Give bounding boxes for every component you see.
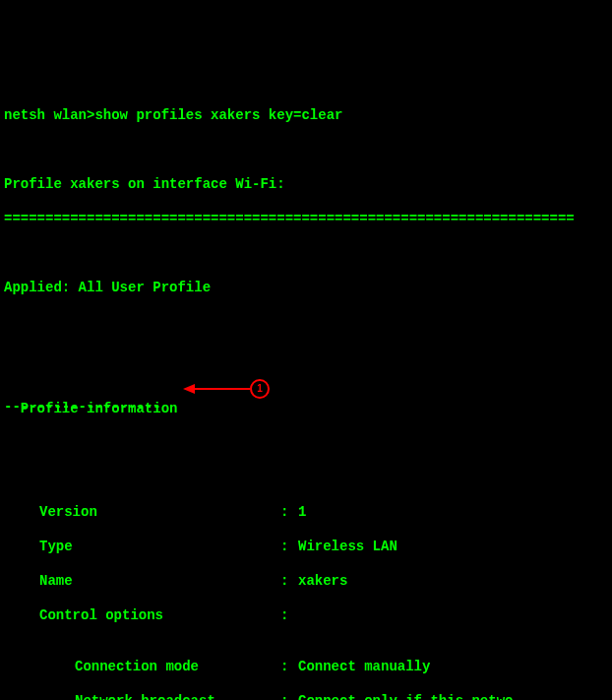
value: xakers: [298, 573, 608, 591]
table-row: Control options:: [4, 607, 608, 625]
profile-header: Profile xakers on interface Wi-Fi:: [4, 176, 608, 194]
label: Type: [39, 539, 280, 556]
table-row: Type: Wireless LAN: [4, 539, 608, 556]
blank-line: [4, 452, 608, 470]
command-line: netsh wlan>show profiles xakers key=clea…: [4, 107, 608, 125]
table-row: Connection mode: Connect manually: [4, 659, 608, 676]
blank-line: [4, 314, 608, 332]
section-underline: -------------------: [4, 399, 161, 416]
value: Wireless LAN: [298, 539, 608, 556]
label: Connection mode: [75, 659, 280, 676]
terminal-output: netsh wlan>show profiles xakers key=clea…: [4, 73, 608, 700]
blank-line: [4, 142, 608, 159]
applied-line: Applied: All User Profile: [4, 280, 608, 297]
table-row: Name: xakers: [4, 573, 608, 591]
label: Control options: [39, 607, 280, 625]
table-row: Network broadcast: Connect only if this …: [4, 693, 608, 700]
value: [298, 607, 608, 625]
arrow-icon: [181, 379, 250, 399]
blank-line: [4, 245, 608, 263]
label: Name: [39, 573, 280, 591]
section-profile-information: Profile information ------------------- …: [4, 383, 177, 452]
label: Network broadcast: [75, 693, 280, 700]
label: Version: [39, 504, 280, 522]
value: Connect only if this netwo: [298, 693, 608, 700]
svg-marker-1: [183, 384, 195, 394]
profile-header-sep: ========================================…: [4, 211, 608, 228]
callout-badge: 1: [250, 379, 270, 399]
table-row: Version: 1: [4, 504, 608, 522]
value: Connect manually: [298, 659, 608, 676]
value: 1: [298, 504, 608, 522]
